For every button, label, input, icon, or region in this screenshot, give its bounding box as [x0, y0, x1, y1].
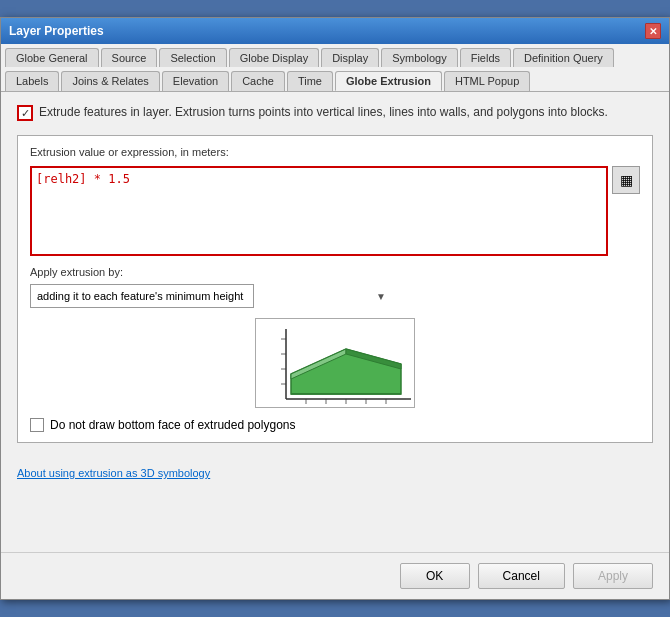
tab-definition-query[interactable]: Definition Query — [513, 48, 614, 67]
tab-html-popup[interactable]: HTML Popup — [444, 71, 530, 91]
dropdown-wrapper: adding it to each feature's minimum heig… — [30, 284, 390, 308]
bottom-checkbox-row: Do not draw bottom face of extruded poly… — [30, 418, 640, 432]
tab-row-2: Labels Joins & Relates Elevation Cache T… — [1, 67, 669, 91]
footer: OK Cancel Apply — [1, 552, 669, 599]
cancel-button[interactable]: Cancel — [478, 563, 565, 589]
tab-source[interactable]: Source — [101, 48, 158, 67]
tab-display[interactable]: Display — [321, 48, 379, 67]
window-title: Layer Properties — [9, 24, 104, 38]
apply-by-label: Apply extrusion by: — [30, 266, 640, 278]
diagram-box — [255, 318, 415, 408]
chevron-down-icon: ▼ — [376, 291, 386, 302]
section-label: Extrusion value or expression, in meters… — [30, 146, 640, 158]
tab-row-1: Globe General Source Selection Globe Dis… — [1, 44, 669, 67]
tab-elevation[interactable]: Elevation — [162, 71, 229, 91]
tab-fields[interactable]: Fields — [460, 48, 511, 67]
tab-time[interactable]: Time — [287, 71, 333, 91]
extrude-label: Extrude features in layer. Extrusion tur… — [39, 104, 608, 121]
tab-globe-display[interactable]: Globe Display — [229, 48, 319, 67]
title-bar: Layer Properties ✕ — [1, 18, 669, 44]
extrude-checkbox-row: Extrude features in layer. Extrusion tur… — [17, 104, 653, 121]
extrude-checkbox[interactable] — [17, 105, 33, 121]
content-area: Extrude features in layer. Extrusion tur… — [1, 92, 669, 552]
title-bar-buttons: ✕ — [645, 23, 661, 39]
tab-container: Globe General Source Selection Globe Dis… — [1, 44, 669, 92]
tab-labels[interactable]: Labels — [5, 71, 59, 91]
tab-cache[interactable]: Cache — [231, 71, 285, 91]
extrusion-link[interactable]: About using extrusion as 3D symbology — [17, 467, 210, 479]
tab-globe-extrusion[interactable]: Globe Extrusion — [335, 71, 442, 91]
tab-globe-general[interactable]: Globe General — [5, 48, 99, 67]
ok-button[interactable]: OK — [400, 563, 470, 589]
tab-symbology[interactable]: Symbology — [381, 48, 457, 67]
tab-selection[interactable]: Selection — [159, 48, 226, 67]
extrusion-diagram — [256, 319, 415, 408]
expression-row: [relh2] * 1.5 ▦ — [30, 166, 640, 256]
bottom-checkbox-label: Do not draw bottom face of extruded poly… — [50, 418, 295, 432]
layer-properties-window: Layer Properties ✕ Globe General Source … — [0, 17, 670, 600]
apply-by-dropdown[interactable]: adding it to each feature's minimum heig… — [30, 284, 254, 308]
apply-button[interactable]: Apply — [573, 563, 653, 589]
bottom-face-checkbox[interactable] — [30, 418, 44, 432]
close-button[interactable]: ✕ — [645, 23, 661, 39]
tab-joins-relates[interactable]: Joins & Relates — [61, 71, 159, 91]
diagram-area — [30, 318, 640, 408]
extrusion-section-box: Extrusion value or expression, in meters… — [17, 135, 653, 443]
calc-button[interactable]: ▦ — [612, 166, 640, 194]
expression-textarea[interactable]: [relh2] * 1.5 — [30, 166, 608, 256]
